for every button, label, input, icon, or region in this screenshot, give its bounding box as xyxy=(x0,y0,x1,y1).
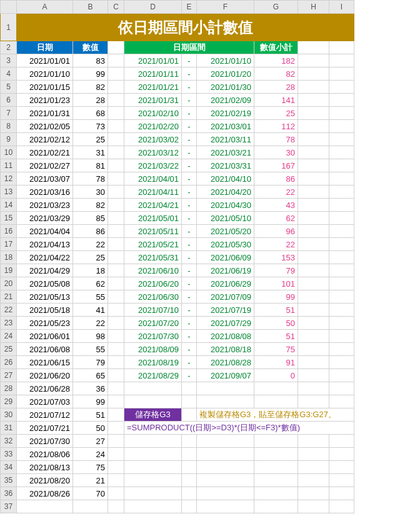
row-header[interactable]: 19 xyxy=(1,264,17,277)
cell-dash[interactable] xyxy=(182,395,197,408)
header-value[interactable]: 數值 xyxy=(73,41,108,54)
cell-dash[interactable]: - xyxy=(182,81,197,94)
cell[interactable] xyxy=(298,251,329,264)
row-header[interactable]: 37 xyxy=(1,500,17,513)
row-header[interactable]: 13 xyxy=(1,185,17,199)
col-header[interactable]: A xyxy=(17,1,73,14)
cell-date[interactable]: 2021/01/15 xyxy=(17,81,73,94)
cell-range-to[interactable]: 2021/05/10 xyxy=(197,212,254,225)
spreadsheet-grid[interactable]: A B C D E F G H I 1依日期區間小計數值2日期數值日期區間數值小… xyxy=(0,0,354,513)
cell-range-from[interactable]: 2021/05/11 xyxy=(124,225,182,238)
cell[interactable] xyxy=(329,474,354,487)
cell[interactable] xyxy=(329,356,354,369)
cell-subtotal[interactable] xyxy=(254,395,298,408)
cell-date[interactable]: 2021/02/05 xyxy=(17,120,73,133)
cell-value[interactable]: 25 xyxy=(73,133,108,146)
row-header[interactable]: 3 xyxy=(1,54,17,67)
cell-value[interactable]: 24 xyxy=(73,448,108,461)
col-header[interactable]: H xyxy=(298,1,329,14)
cell[interactable] xyxy=(298,461,329,474)
cell-date[interactable]: 2021/05/08 xyxy=(17,277,73,290)
col-header[interactable]: D xyxy=(124,1,182,14)
cell-date[interactable]: 2021/08/20 xyxy=(17,474,73,487)
cell-dash[interactable]: - xyxy=(182,159,197,172)
cell-dash[interactable]: - xyxy=(182,185,197,199)
row-header[interactable]: 1 xyxy=(1,14,17,41)
cell[interactable] xyxy=(108,487,124,500)
cell[interactable] xyxy=(108,67,124,81)
cell[interactable] xyxy=(298,146,329,159)
cell-dash[interactable]: - xyxy=(182,146,197,159)
cell[interactable] xyxy=(298,81,329,94)
cell-subtotal[interactable]: 91 xyxy=(254,356,298,369)
note-copy-text[interactable]: 複製儲存格G3，貼至儲存格G3:G27。 xyxy=(197,408,354,422)
cell-date[interactable]: 2021/06/15 xyxy=(17,356,73,369)
cell-dash[interactable]: - xyxy=(182,120,197,133)
cell-value[interactable]: 99 xyxy=(73,395,108,408)
cell-value[interactable]: 27 xyxy=(73,435,108,448)
cell-range-to[interactable] xyxy=(197,500,254,513)
cell[interactable] xyxy=(329,395,354,408)
cell-date[interactable]: 2021/04/13 xyxy=(17,238,73,251)
cell[interactable] xyxy=(108,264,124,277)
cell-value[interactable]: 28 xyxy=(73,94,108,107)
cell-date[interactable] xyxy=(17,500,73,513)
cell[interactable] xyxy=(298,107,329,120)
cell-subtotal[interactable]: 182 xyxy=(254,54,298,67)
cell[interactable] xyxy=(298,343,329,356)
row-header[interactable]: 15 xyxy=(1,212,17,225)
cell-dash[interactable]: - xyxy=(182,67,197,81)
cell[interactable] xyxy=(329,94,354,107)
cell-date[interactable]: 2021/01/31 xyxy=(17,107,73,120)
cell-value[interactable]: 98 xyxy=(73,330,108,343)
cell[interactable] xyxy=(108,461,124,474)
cell-subtotal[interactable]: 86 xyxy=(254,172,298,185)
cell-subtotal[interactable]: 101 xyxy=(254,277,298,290)
cell-range-from[interactable]: 2021/06/20 xyxy=(124,277,182,290)
cell-dash[interactable]: - xyxy=(182,277,197,290)
cell-subtotal[interactable] xyxy=(254,448,298,461)
cell-range-to[interactable]: 2021/06/09 xyxy=(197,251,254,264)
cell-range-to[interactable]: 2021/04/30 xyxy=(197,199,254,212)
cell[interactable] xyxy=(329,199,354,212)
cell[interactable] xyxy=(108,500,124,513)
cell-range-to[interactable]: 2021/05/20 xyxy=(197,225,254,238)
cell-value[interactable]: 55 xyxy=(73,343,108,356)
cell-date[interactable]: 2021/07/30 xyxy=(17,435,73,448)
col-header[interactable]: C xyxy=(108,1,124,14)
cell[interactable] xyxy=(108,133,124,146)
cell-value[interactable]: 68 xyxy=(73,107,108,120)
cell-date[interactable]: 2021/07/21 xyxy=(17,422,73,435)
cell-dash[interactable]: - xyxy=(182,343,197,356)
cell-dash[interactable] xyxy=(182,487,197,500)
cell-range-to[interactable]: 2021/02/19 xyxy=(197,107,254,120)
cell-subtotal[interactable]: 25 xyxy=(254,107,298,120)
cell-range-to[interactable]: 2021/04/10 xyxy=(197,172,254,185)
cell-subtotal[interactable]: 75 xyxy=(254,343,298,356)
cell[interactable] xyxy=(329,487,354,500)
header-subtotal[interactable]: 數值小計 xyxy=(254,41,298,54)
cell-range-to[interactable] xyxy=(197,487,254,500)
cell-subtotal[interactable]: 28 xyxy=(254,81,298,94)
cell-range-from[interactable]: 2021/07/30 xyxy=(124,330,182,343)
cell-dash[interactable] xyxy=(182,448,197,461)
cell[interactable] xyxy=(329,146,354,159)
row-header[interactable]: 5 xyxy=(1,81,17,94)
cell-subtotal[interactable]: 96 xyxy=(254,225,298,238)
cell[interactable] xyxy=(329,238,354,251)
cell-date[interactable]: 2021/03/29 xyxy=(17,212,73,225)
cell-dash[interactable]: - xyxy=(182,238,197,251)
cell[interactable] xyxy=(108,356,124,369)
cell-dash[interactable] xyxy=(182,461,197,474)
row-header[interactable]: 8 xyxy=(1,120,17,133)
cell-value[interactable]: 21 xyxy=(73,474,108,487)
cell-value[interactable]: 83 xyxy=(73,54,108,67)
cell[interactable] xyxy=(108,146,124,159)
cell[interactable] xyxy=(329,317,354,330)
row-header[interactable]: 26 xyxy=(1,356,17,369)
cell[interactable] xyxy=(298,487,329,500)
cell[interactable] xyxy=(298,474,329,487)
cell-subtotal[interactable]: 51 xyxy=(254,330,298,343)
cell-range-to[interactable]: 2021/03/31 xyxy=(197,159,254,172)
cell[interactable] xyxy=(108,382,124,395)
